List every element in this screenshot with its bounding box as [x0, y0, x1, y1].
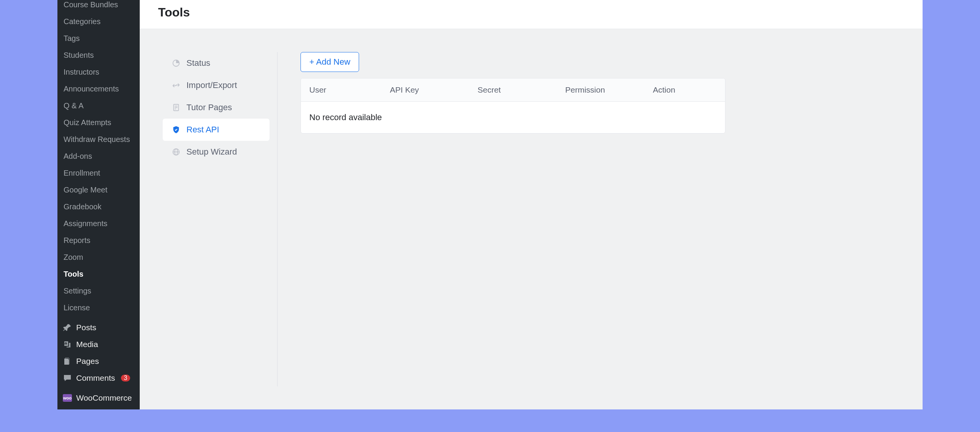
- menu-pages-label: Pages: [76, 357, 99, 366]
- menu-woocommerce[interactable]: woo WooCommerce: [57, 390, 140, 406]
- submenu-tags[interactable]: Tags: [57, 30, 140, 47]
- tab-rest-api-label: Rest API: [186, 125, 219, 135]
- app-window: Course Bundles Categories Tags Students …: [57, 0, 923, 409]
- menu-media[interactable]: Media: [57, 336, 140, 353]
- tab-import-export[interactable]: Import/Export: [163, 74, 270, 96]
- menu-products[interactable]: Products: [57, 406, 140, 409]
- table-body: No record available: [301, 102, 725, 133]
- submenu-enrollment[interactable]: Enrollment: [57, 165, 140, 181]
- comment-icon: [63, 373, 72, 383]
- submenu-reports[interactable]: Reports: [57, 232, 140, 249]
- woocommerce-icon: woo: [63, 393, 72, 403]
- submenu-instructors[interactable]: Instructors: [57, 64, 140, 80]
- main-panel: + Add New User API Key Secret Permission…: [278, 52, 900, 386]
- menu-comments[interactable]: Comments 3: [57, 370, 140, 386]
- th-user: User: [301, 78, 382, 101]
- th-permission: Permission: [557, 78, 645, 101]
- submenu-students[interactable]: Students: [57, 47, 140, 64]
- add-new-button[interactable]: + Add New: [301, 52, 359, 72]
- submenu-announcements[interactable]: Announcements: [57, 80, 140, 97]
- page-header: Tools: [140, 0, 923, 29]
- th-api-key: API Key: [382, 78, 469, 101]
- th-action: Action: [645, 78, 725, 101]
- admin-sidebar: Course Bundles Categories Tags Students …: [57, 0, 140, 409]
- submenu-course-bundles[interactable]: Course Bundles: [57, 0, 140, 13]
- menu-woocommerce-label: WooCommerce: [76, 393, 132, 403]
- globe-icon: [172, 148, 180, 156]
- menu-posts-label: Posts: [76, 323, 96, 332]
- submenu-quiz-attempts[interactable]: Quiz Attempts: [57, 114, 140, 131]
- th-secret: Secret: [469, 78, 557, 101]
- shield-check-icon: [172, 126, 180, 134]
- submenu-withdraw-requests[interactable]: Withdraw Requests: [57, 131, 140, 148]
- menu-comments-label: Comments: [76, 373, 115, 383]
- api-keys-table: User API Key Secret Permission Action No…: [301, 78, 725, 134]
- menu-media-label: Media: [76, 340, 98, 349]
- menu-pages[interactable]: Pages: [57, 353, 140, 370]
- page-body: Status Import/Export Tutor Pages: [140, 29, 923, 409]
- import-export-icon: [172, 81, 180, 90]
- pie-chart-icon: [172, 59, 180, 67]
- tab-import-export-label: Import/Export: [186, 80, 237, 90]
- tab-status-label: Status: [186, 58, 210, 68]
- submenu-zoom[interactable]: Zoom: [57, 249, 140, 266]
- submenu-addons[interactable]: Add-ons: [57, 148, 140, 165]
- submenu-tools[interactable]: Tools: [57, 266, 140, 282]
- tab-tutor-pages-label: Tutor Pages: [186, 103, 232, 112]
- media-icon: [63, 340, 72, 349]
- submenu-license[interactable]: License: [57, 299, 140, 316]
- pin-icon: [63, 323, 72, 332]
- submenu-assignments[interactable]: Assignments: [57, 215, 140, 232]
- document-icon: [172, 103, 180, 112]
- submenu-settings[interactable]: Settings: [57, 282, 140, 299]
- content-area: Tools Status Import/Export: [140, 0, 923, 409]
- menu-posts[interactable]: Posts: [57, 319, 140, 336]
- page-title: Tools: [158, 5, 904, 20]
- submenu-qa[interactable]: Q & A: [57, 97, 140, 114]
- submenu-categories[interactable]: Categories: [57, 13, 140, 30]
- tools-tabs: Status Import/Export Tutor Pages: [163, 52, 278, 386]
- pages-icon: [63, 357, 72, 366]
- tab-status[interactable]: Status: [163, 52, 270, 74]
- tab-setup-wizard-label: Setup Wizard: [186, 147, 237, 157]
- tab-tutor-pages[interactable]: Tutor Pages: [163, 96, 270, 119]
- submenu-google-meet[interactable]: Google Meet: [57, 181, 140, 198]
- tab-setup-wizard[interactable]: Setup Wizard: [163, 141, 270, 163]
- tab-rest-api[interactable]: Rest API: [163, 119, 270, 141]
- table-header: User API Key Secret Permission Action: [301, 78, 725, 102]
- submenu-gradebook[interactable]: Gradebook: [57, 198, 140, 215]
- empty-message: No record available: [309, 112, 717, 122]
- comments-badge: 3: [121, 375, 131, 381]
